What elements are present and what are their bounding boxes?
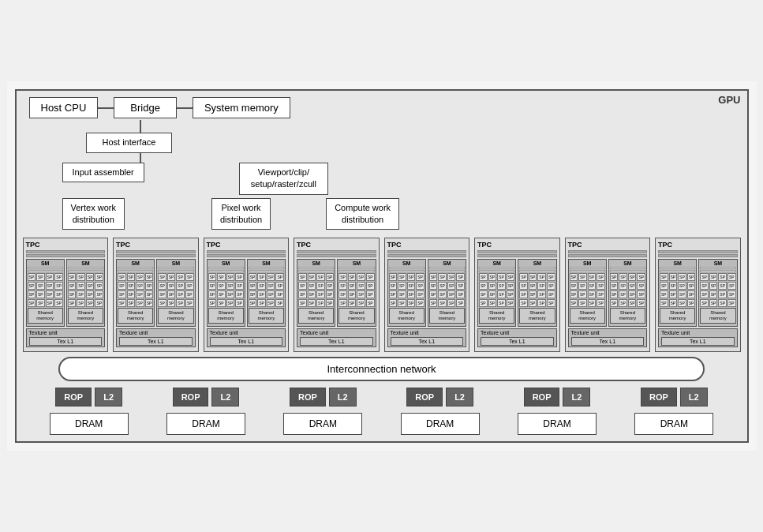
l2-box-4: L2 bbox=[446, 388, 473, 406]
gpu-border: GPU Host CPU Bridge System memory Host i… bbox=[15, 89, 749, 442]
rop-box-4: ROP bbox=[406, 388, 443, 406]
rop-l2-group-3: ROP L2 bbox=[290, 388, 357, 406]
vline-hi bbox=[140, 153, 141, 163]
rop-l2-group-1: ROP L2 bbox=[55, 388, 122, 406]
texture-unit-1: Texture unit Tex L1 bbox=[26, 328, 106, 347]
dram-box-4: DRAM bbox=[401, 413, 480, 435]
dram-box-5: DRAM bbox=[518, 413, 597, 435]
tpc-label-1: TPC bbox=[26, 241, 106, 249]
diagram-container: GPU Host CPU Bridge System memory Host i… bbox=[7, 81, 757, 450]
sm-block-1b: SM SPSPSPSP SPSPSPSP SPSPSPSP SPSPSPSP S… bbox=[66, 259, 105, 326]
tpc-block-4: TPC SM SPSPSPSP SPSPSPSP SPSPSPSP bbox=[294, 238, 380, 351]
l2-box-1: L2 bbox=[95, 388, 122, 406]
tpc-block-1: TPC SM SPSPSPSP SPSPSPSP SPSPSPSP bbox=[23, 238, 109, 351]
rop-box-1: ROP bbox=[55, 388, 92, 406]
tpc-block-5: TPC SM SPSPSPSP SPSPSPSP SPSPSPSP bbox=[384, 238, 470, 351]
sm-row-1: SM SPSPSPSP SPSPSPSP SPSPSPSP SPSPSPSP S… bbox=[26, 259, 106, 326]
work-dist-row: Vertex workdistribution Pixel workdistri… bbox=[23, 198, 741, 230]
top-components-row: Host CPU Bridge System memory bbox=[23, 97, 741, 118]
tpc-block-2: TPC SM SPSPSPSP SPSPSPSP SPSPSPSP bbox=[113, 238, 199, 351]
tpc-bars-1 bbox=[26, 250, 106, 257]
dram-row: DRAM DRAM DRAM DRAM DRAM DRAM bbox=[23, 413, 741, 435]
tpc-row: TPC SM SPSPSPSP SPSPSPSP SPSPSPSP bbox=[23, 238, 741, 351]
host-interface-wrapper: Host interface bbox=[23, 133, 741, 152]
ia-vp-row: Input assembler Viewport/clip/setup/rast… bbox=[23, 163, 741, 195]
host-interface-box: Host interface bbox=[86, 133, 173, 152]
input-assembler-box: Input assembler bbox=[62, 163, 144, 182]
rop-l2-group-4: ROP L2 bbox=[406, 388, 473, 406]
cpu-bridge-line bbox=[98, 107, 114, 109]
rop-l2-group-5: ROP L2 bbox=[524, 388, 591, 406]
vertex-work-box: Vertex workdistribution bbox=[62, 198, 125, 230]
rop-box-3: ROP bbox=[290, 388, 326, 406]
l2-box-3: L2 bbox=[329, 388, 357, 406]
l2-box-5: L2 bbox=[563, 388, 590, 406]
rop-box-6: ROP bbox=[641, 388, 677, 406]
bridge-box: Bridge bbox=[114, 97, 177, 118]
tpc-bar bbox=[26, 250, 106, 253]
tpc-block-6: TPC SM SPSPSPSP SPSPSPSP SPSPSPSP bbox=[474, 238, 560, 351]
tpc-block-8: TPC SM SPSPSPSP SPSPSPSP SPSPSPSP bbox=[655, 238, 741, 351]
sm-block-1a: SM SPSPSPSP SPSPSPSP SPSPSPSP SPSPSPSP S… bbox=[26, 259, 65, 326]
interconnect-box: Interconnection network bbox=[58, 357, 705, 381]
vline-bridge bbox=[140, 120, 141, 133]
l2-box-6: L2 bbox=[680, 388, 708, 406]
host-cpu-box: Host CPU bbox=[29, 97, 99, 118]
compute-work-box: Compute workdistribution bbox=[326, 198, 399, 230]
dram-box-1: DRAM bbox=[50, 413, 129, 435]
viewport-box: Viewport/clip/setup/raster/zcull bbox=[239, 163, 328, 195]
dram-box-6: DRAM bbox=[634, 413, 713, 435]
system-memory-box: System memory bbox=[193, 97, 290, 118]
l2-box-2: L2 bbox=[211, 388, 239, 406]
gpu-label: GPU bbox=[718, 94, 740, 106]
rop-l2-group-6: ROP L2 bbox=[641, 388, 708, 406]
tpc-block-3: TPC SM SPSPSPSP SPSPSPSP SPSPSPSP bbox=[204, 238, 290, 351]
pixel-work-box: Pixel workdistribution bbox=[211, 198, 271, 230]
dram-box-2: DRAM bbox=[166, 413, 245, 435]
tpc-bar bbox=[26, 254, 106, 257]
rop-l2-row: ROP L2 ROP L2 ROP L2 ROP L2 ROP L2 ROP L… bbox=[23, 388, 741, 406]
rop-box-5: ROP bbox=[524, 388, 560, 406]
interconnect-row: Interconnection network bbox=[23, 357, 741, 381]
hi-down-connector bbox=[23, 153, 741, 163]
bridge-sysmem-line bbox=[177, 107, 193, 109]
rop-box-2: ROP bbox=[173, 388, 209, 406]
tpc-block-7: TPC SM SPSPSPSP SPSPSPSP SPSPSPSP bbox=[565, 238, 651, 351]
bridge-down-connector bbox=[23, 120, 741, 133]
rop-l2-group-2: ROP L2 bbox=[173, 388, 240, 406]
dram-box-3: DRAM bbox=[283, 413, 362, 435]
